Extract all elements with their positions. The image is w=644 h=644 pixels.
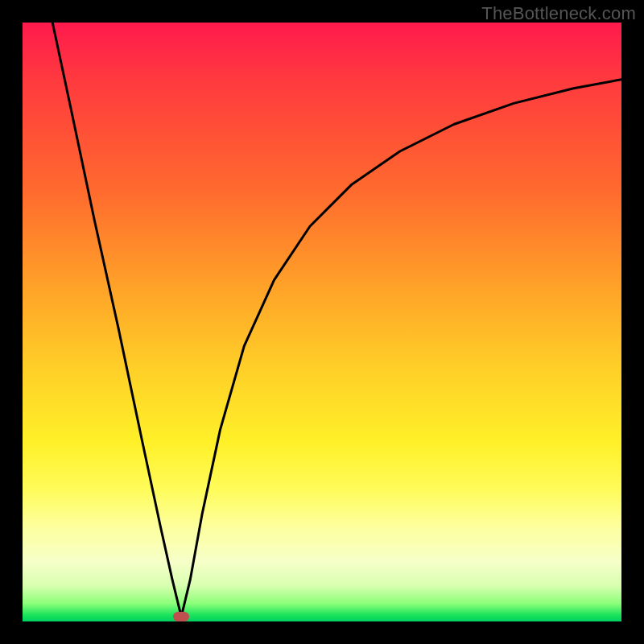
curve-right-branch bbox=[181, 80, 621, 617]
optimal-point-marker bbox=[173, 612, 189, 621]
attribution-text: TheBottleneck.com bbox=[481, 3, 636, 24]
plot-area bbox=[23, 23, 621, 621]
chart-frame: TheBottleneck.com bbox=[0, 0, 644, 644]
curve-layer bbox=[23, 23, 621, 621]
curve-left-branch bbox=[52, 23, 181, 617]
